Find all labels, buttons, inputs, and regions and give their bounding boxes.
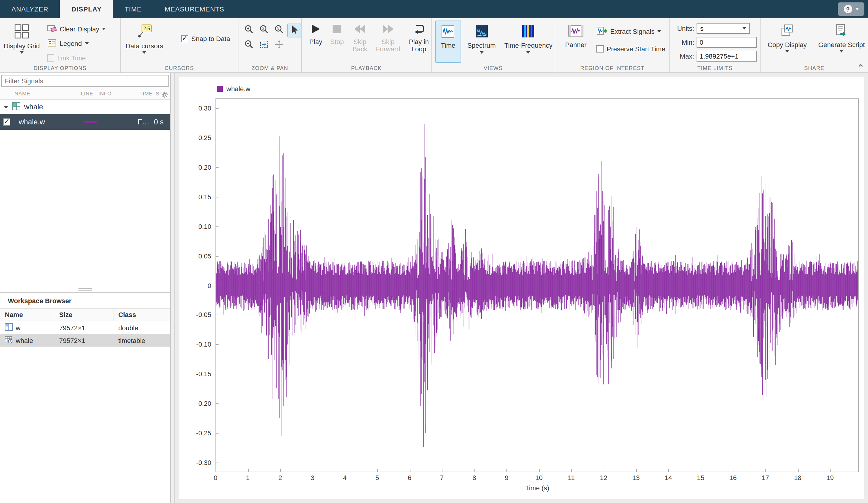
signal-row-whale-w[interactable]: whale.w F… 0 s <box>0 114 170 130</box>
legend-button[interactable]: Legend <box>47 38 106 50</box>
play-button[interactable]: Play <box>308 23 324 52</box>
chevron-down-icon <box>742 27 746 30</box>
display-grid-button[interactable]: Display Grid <box>4 19 40 64</box>
signal-line-swatch[interactable] <box>84 121 96 123</box>
stop-icon <box>332 23 342 35</box>
x-tick-label: 6 <box>408 474 411 481</box>
data-cursors-button[interactable]: 2.5 Data cursors <box>126 19 163 54</box>
copy-display-button[interactable]: Copy Display <box>764 19 810 52</box>
section-display-options: Display Grid Clear Display <box>0 18 121 72</box>
x-tick-label: 8 <box>472 474 476 481</box>
plot-legend[interactable]: whale.w <box>217 85 250 92</box>
snap-to-data-checkbox[interactable]: Snap to Data <box>181 33 230 45</box>
plot-area[interactable] <box>216 99 859 472</box>
spectrum-view-icon <box>475 25 488 39</box>
workspace-column-size[interactable]: Size <box>54 309 113 321</box>
workspace-variable-name: whale <box>16 337 33 344</box>
section-zoom-pan: x y ZOOM & PAN <box>238 18 302 72</box>
svg-text:y: y <box>277 26 279 31</box>
column-settings-icon[interactable] <box>161 90 168 101</box>
link-time-label: Link Time <box>57 54 86 62</box>
zoom-out-button[interactable] <box>242 39 256 52</box>
column-header-info[interactable]: INFO <box>99 91 112 96</box>
preserve-start-time-checkbox-box[interactable] <box>596 45 603 52</box>
play-in-loop-button[interactable]: Play in Loop <box>407 23 431 52</box>
splitter-grip-icon <box>79 288 92 291</box>
chevron-down-icon <box>102 28 106 30</box>
pointer-button[interactable] <box>287 23 301 38</box>
zoom-in-x-button[interactable]: x <box>257 23 271 38</box>
column-header-time[interactable]: TIME <box>140 91 153 96</box>
snap-to-data-checkbox-box[interactable] <box>181 35 188 42</box>
workspace-column-class[interactable]: Class <box>113 309 170 321</box>
y-tick-label: 0.20 <box>179 163 211 171</box>
signal-time-value: 0 s <box>154 118 164 126</box>
x-tick-label: 19 <box>826 474 834 481</box>
help-icon: ? <box>844 5 852 13</box>
zoom-in-button[interactable] <box>242 23 256 38</box>
y-tick-label: -0.25 <box>179 430 211 437</box>
skip-forward-button[interactable]: Skip Forward <box>375 23 401 52</box>
fit-to-view-icon <box>259 39 269 52</box>
column-header-line[interactable]: LINE <box>81 91 93 96</box>
legend-label: Legend <box>60 40 82 47</box>
tab-analyzer[interactable]: ANALYZER <box>0 0 60 18</box>
workspace-column-name[interactable]: Name <box>0 309 54 321</box>
zoom-in-y-button[interactable]: y <box>272 23 286 38</box>
spectrum-view-button[interactable]: Spectrum <box>463 21 499 63</box>
x-tick-label: 10 <box>535 474 542 481</box>
workspace-row-whale[interactable]: whale 79572×1 timetable <box>0 334 170 347</box>
display-grid-label: Display Grid <box>4 42 40 50</box>
waveform-canvas[interactable] <box>216 99 859 472</box>
skip-back-button[interactable]: Skip Back <box>350 23 369 52</box>
panel-splitter[interactable] <box>170 73 175 503</box>
x-tick-label: 17 <box>762 474 769 481</box>
tab-measurements[interactable]: MEASUREMENTS <box>153 0 236 18</box>
tab-display[interactable]: DISPLAY <box>60 0 113 18</box>
extract-signals-button[interactable]: Extract Signals <box>596 25 665 38</box>
clear-display-button[interactable]: Clear Display <box>47 23 106 35</box>
time-view-button[interactable]: Time <box>435 21 461 63</box>
extract-signals-icon <box>596 26 607 37</box>
max-label: Max: <box>672 52 694 60</box>
x-tick-label: 4 <box>343 474 347 481</box>
panner-button[interactable]: Panner <box>560 19 591 55</box>
pan-button[interactable] <box>272 39 286 52</box>
preserve-start-time-checkbox[interactable]: Preserve Start Time <box>596 43 665 55</box>
section-time-limits: Units: s Min: Max: TIME LIMITS <box>670 18 761 72</box>
x-tick-label: 14 <box>664 474 672 481</box>
help-button[interactable]: ? <box>838 2 864 16</box>
section-label-cursors: CURSORS <box>121 65 238 71</box>
signal-visible-checkbox[interactable] <box>3 119 10 126</box>
link-time-checkbox-box[interactable] <box>47 54 54 62</box>
chevron-down-icon <box>85 42 89 45</box>
column-header-name[interactable]: NAME <box>14 91 30 96</box>
fit-to-view-button[interactable] <box>257 39 271 52</box>
play-in-loop-label: Play in Loop <box>407 38 431 52</box>
signal-group-row[interactable]: whale <box>0 100 170 114</box>
y-tick-label: 0.30 <box>179 104 211 111</box>
panel-splitter-handle[interactable] <box>0 286 170 292</box>
min-label: Min: <box>672 39 694 46</box>
pan-icon <box>274 39 284 52</box>
expand-collapse-icon[interactable] <box>4 105 9 109</box>
ribbon-collapse-button[interactable] <box>858 59 864 70</box>
min-input[interactable] <box>696 37 757 48</box>
section-cursors: 2.5 Data cursors Snap to Data CURSORS <box>121 18 238 72</box>
x-tick-label: 7 <box>440 474 444 481</box>
signal-table-empty-area <box>0 130 170 286</box>
section-share: Copy Display Generate Script SHARE <box>761 18 868 72</box>
filter-signals-input[interactable] <box>1 75 169 87</box>
generate-script-button[interactable]: Generate Script <box>815 19 868 52</box>
workspace-row-w[interactable]: w 79572×1 double <box>0 321 170 334</box>
link-time-checkbox[interactable]: Link Time <box>47 52 106 64</box>
time-frequency-view-icon <box>522 25 535 39</box>
stop-button[interactable]: Stop <box>329 23 345 52</box>
max-input[interactable] <box>696 51 757 62</box>
copy-display-icon <box>780 23 794 39</box>
panner-label: Panner <box>565 41 587 48</box>
units-select[interactable]: s <box>696 23 750 34</box>
tab-time[interactable]: TIME <box>113 0 153 18</box>
x-tick-label: 12 <box>600 474 608 481</box>
time-frequency-view-button[interactable]: Time-Frequency <box>502 21 555 63</box>
